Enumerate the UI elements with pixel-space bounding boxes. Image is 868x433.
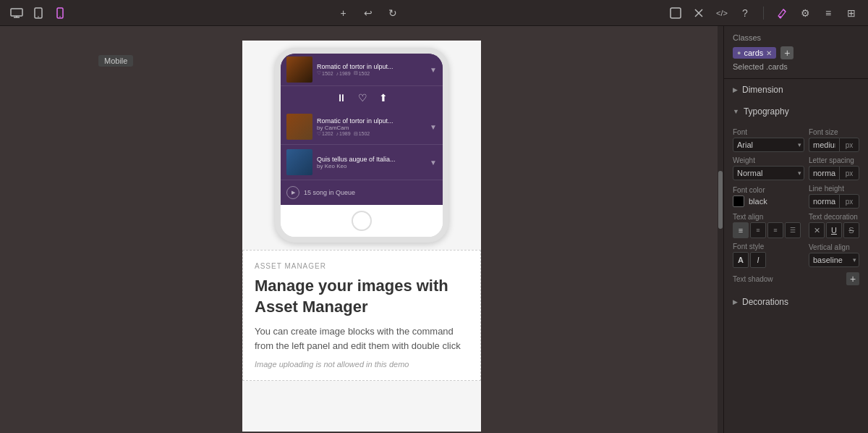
class-dot: ● [737, 49, 741, 56]
song-thumb-top [286, 56, 312, 83]
pause-icon[interactable]: ⏸ [336, 92, 346, 104]
font-size-input[interactable] [809, 138, 839, 152]
decorations-accordion[interactable]: ▶ Decorations [724, 291, 868, 313]
color-row: black [733, 196, 804, 207]
classes-section: Classes ● cards ✕ + Selected .cards [724, 26, 868, 79]
song-card-2: Quis tellus augue of Italia... by Keo Ke… [281, 145, 443, 180]
add-button[interactable]: + [336, 5, 352, 21]
redo-button[interactable]: ↻ [385, 5, 401, 21]
align-left-button[interactable]: ≡ [733, 222, 749, 238]
typography-content: Font Arial Font size px [724, 122, 868, 291]
song-title-top: Romatic of tortor in ulput... [317, 63, 425, 70]
color-swatch[interactable] [733, 196, 744, 207]
top-toolbar: + ↩ ↻ </> ? ⚙ ≡ ⊞ [0, 0, 868, 26]
font-style-buttons: A I [733, 252, 804, 268]
font-size-unit[interactable]: px [839, 138, 859, 152]
letter-spacing-input[interactable] [809, 166, 839, 180]
font-select[interactable]: Arial [733, 138, 804, 152]
add-class-button[interactable]: + [780, 46, 793, 59]
song-dropdown-1[interactable]: ▼ [430, 123, 437, 131]
canvas-scrollbar[interactable] [718, 26, 723, 433]
vertical-align-select[interactable]: baseline [809, 253, 859, 267]
grid-icon[interactable]: ⊞ [843, 5, 859, 21]
text-shadow-row: Text shadow + [733, 272, 859, 285]
paint-icon[interactable] [774, 5, 790, 21]
song-stats-1: ♡ 1202 ♪ 1989 ⊟ 1502 [317, 131, 425, 137]
desktop-icon[interactable] [9, 5, 25, 21]
deco-none-button[interactable]: ✕ [809, 222, 825, 238]
song-thumb-2 [286, 149, 312, 175]
queue-label: 15 song in Queue [304, 189, 355, 196]
font-size-label: Font size [809, 128, 859, 136]
select-tool-icon[interactable] [668, 5, 684, 21]
align-right-button[interactable]: ≡ [767, 222, 783, 238]
line-height-input-group: px [809, 194, 859, 209]
decorations-label: Decorations [742, 297, 788, 307]
align-deco-row: Text align ≡ ≡ ≡ ☰ Text decoration ✕ U S [733, 213, 859, 238]
song-dropdown-2[interactable]: ▼ [430, 159, 437, 167]
letter-spacing-group: Letter spacing px [809, 156, 859, 180]
mobile-icon[interactable] [52, 5, 68, 21]
weight-group: Weight Normal [733, 156, 804, 180]
align-justify-button[interactable]: ☰ [785, 222, 801, 238]
phone-inner: Romatic of tortor in ulput... ♡ 1502 ♪ 1… [281, 54, 443, 205]
letter-spacing-unit[interactable]: px [839, 166, 859, 180]
code-icon[interactable]: </> [714, 5, 730, 21]
song-info-1: Romatic of tortor in ulput... by CamCam … [317, 117, 425, 137]
song-dropdown-top[interactable]: ▼ [430, 66, 437, 74]
typography-accordion[interactable]: ▼ Typography [724, 101, 868, 122]
phone-home-area [281, 205, 443, 237]
font-color-label: Font color [733, 186, 804, 194]
weight-select-wrapper: Normal [733, 166, 804, 180]
add-text-shadow-button[interactable]: + [846, 272, 859, 285]
color-text: black [749, 197, 767, 206]
classes-label: Classes [733, 33, 859, 42]
svg-rect-0 [11, 9, 22, 16]
letter-spacing-label: Letter spacing [809, 156, 859, 164]
line-height-input[interactable] [809, 194, 839, 209]
vertical-align-select-wrapper: baseline [809, 253, 859, 267]
font-group: Font Arial [733, 128, 804, 152]
text-align-group: Text align ≡ ≡ ≡ ☰ [733, 213, 804, 238]
line-height-unit[interactable]: px [839, 194, 859, 209]
class-remove-button[interactable]: ✕ [766, 49, 772, 57]
gear-icon[interactable]: ⚙ [797, 5, 813, 21]
typography-arrow: ▼ [733, 108, 739, 115]
share-icon[interactable]: ⬆ [379, 92, 388, 104]
menu-icon[interactable]: ≡ [820, 5, 836, 21]
align-center-button[interactable]: ≡ [750, 222, 766, 238]
classes-row: ● cards ✕ + [733, 46, 859, 59]
selected-info: Selected .cards [733, 62, 859, 71]
song-title-2: Quis tellus augue of Italia... [317, 156, 425, 163]
font-size-input-group: px [809, 138, 859, 152]
help-icon[interactable]: ? [737, 5, 753, 21]
crop-tool-icon[interactable] [691, 5, 707, 21]
deco-strikethrough-button[interactable]: S [843, 222, 859, 238]
fontstyle-valign-row: Font style A I Vertical align baseline [733, 243, 859, 268]
dimension-arrow: ▶ [733, 86, 738, 93]
asset-description: You can create image blocks with the com… [255, 324, 469, 353]
svg-point-6 [59, 16, 61, 17]
font-select-wrapper: Arial [733, 138, 804, 152]
song-card-1: Romatic of tortor in ulput... by CamCam … [281, 109, 443, 145]
undo-button[interactable]: ↩ [360, 5, 376, 21]
view-tools: </> ? ⚙ ≡ ⊞ [668, 5, 859, 21]
tablet-icon[interactable] [30, 5, 46, 21]
home-button[interactable] [352, 211, 372, 231]
deco-underline-button[interactable]: U [826, 222, 842, 238]
text-decoration-buttons: ✕ U S [809, 222, 859, 238]
song-artist-1: by CamCam [317, 125, 425, 131]
font-color-group: Font color black [733, 186, 804, 207]
font-style-bold-button[interactable]: A [733, 252, 749, 268]
phone-controls: ⏸ ♡ ⬆ [281, 86, 443, 109]
weight-select[interactable]: Normal [733, 166, 804, 180]
song-title-1: Romatic of tortor in ulput... [317, 117, 425, 125]
class-tag-cards: ● cards ✕ [733, 47, 776, 59]
device-switcher [9, 5, 68, 21]
dimension-accordion[interactable]: ▶ Dimension [724, 79, 868, 101]
song-stats-top: ♡ 1502 ♪ 1989 ⊟ 1502 [317, 70, 425, 76]
font-label: Font [733, 128, 804, 136]
font-style-italic-button[interactable]: I [750, 252, 766, 268]
typography-label: Typography [744, 106, 789, 117]
heart-icon[interactable]: ♡ [358, 92, 367, 104]
